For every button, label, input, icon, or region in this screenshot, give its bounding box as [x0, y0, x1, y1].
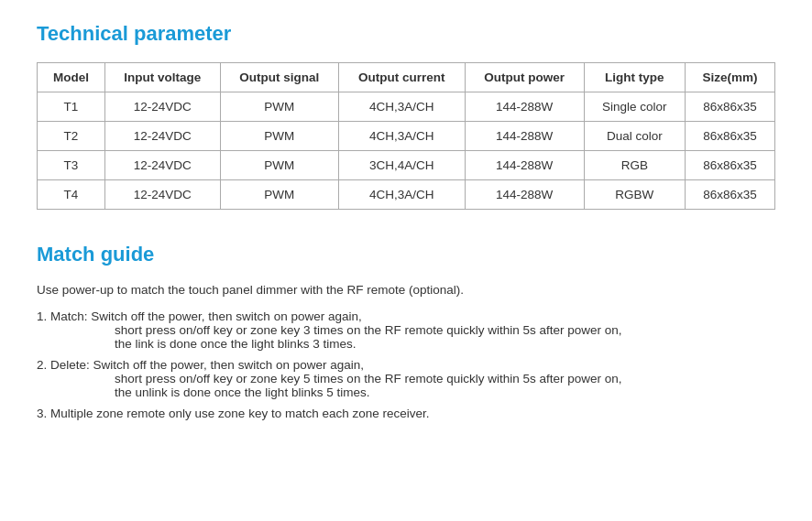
table-cell: 86x86x35 — [685, 122, 774, 151]
col-input-voltage: Input voltage — [104, 63, 220, 92]
col-output-signal: Output signal — [220, 63, 338, 92]
table-header-row: Model Input voltage Output signal Output… — [38, 63, 775, 92]
list-item: 1. Match: Switch off the power, then swi… — [37, 309, 775, 351]
col-output-power: Output power — [465, 63, 584, 92]
table-cell: 4CH,3A/CH — [338, 92, 465, 122]
table-cell: T1 — [38, 92, 105, 122]
table-cell: 86x86x35 — [685, 151, 774, 180]
table-row: T412-24VDCPWM4CH,3A/CH144-288WRGBW86x86x… — [38, 180, 775, 210]
table-cell: 3CH,4A/CH — [338, 151, 465, 180]
table-cell: 4CH,3A/CH — [338, 180, 465, 210]
table-body: T112-24VDCPWM4CH,3A/CH144-288WSingle col… — [38, 92, 775, 210]
table-cell: 12-24VDC — [104, 92, 220, 122]
col-output-current: Output current — [338, 63, 465, 92]
table-cell: 12-24VDC — [104, 151, 220, 180]
table-cell: PWM — [220, 180, 338, 210]
table-cell: 12-24VDC — [104, 122, 220, 151]
table-cell: 86x86x35 — [685, 180, 774, 210]
col-light-type: Light type — [584, 63, 685, 92]
table-cell: 144-288W — [465, 92, 584, 122]
match-guide-section: Match guide Use power-up to match the to… — [37, 243, 775, 420]
table-row: T312-24VDCPWM3CH,4A/CH144-288WRGB86x86x3… — [38, 151, 775, 180]
table-cell: 86x86x35 — [685, 92, 774, 122]
list-item: 3. Multiple zone remote only use zone ke… — [37, 407, 775, 420]
table-cell: T4 — [38, 180, 105, 210]
table-cell: Dual color — [584, 122, 685, 151]
table-row: T212-24VDCPWM4CH,3A/CH144-288WDual color… — [38, 122, 775, 151]
table-cell: RGBW — [584, 180, 685, 210]
technical-title: Technical parameter — [37, 22, 775, 46]
match-guide-intro: Use power-up to match the touch panel di… — [37, 283, 775, 297]
table-row: T112-24VDCPWM4CH,3A/CH144-288WSingle col… — [38, 92, 775, 122]
table-cell: PWM — [220, 122, 338, 151]
table-cell: 144-288W — [465, 122, 584, 151]
table-cell: 144-288W — [465, 151, 584, 180]
list-item-line: short press on/off key or zone key 3 tim… — [37, 323, 775, 337]
col-model: Model — [38, 63, 105, 92]
table-cell: 12-24VDC — [104, 180, 220, 210]
technical-table: Model Input voltage Output signal Output… — [37, 62, 775, 210]
list-item-line: short press on/off key or zone key 5 tim… — [37, 372, 775, 385]
list-item: 2. Delete: Switch off the power, then sw… — [37, 358, 775, 399]
col-size: Size(mm) — [685, 63, 774, 92]
match-guide-title: Match guide — [37, 243, 775, 266]
table-cell: PWM — [220, 92, 338, 122]
list-item-line: the link is done once the light blinks 3… — [37, 337, 775, 351]
table-cell: RGB — [584, 151, 685, 180]
table-cell: T2 — [38, 122, 105, 151]
table-cell: 144-288W — [465, 180, 584, 210]
table-cell: Single color — [584, 92, 685, 122]
list-item-line: the unlink is done once the light blinks… — [37, 385, 775, 399]
table-cell: PWM — [220, 151, 338, 180]
table-cell: 4CH,3A/CH — [338, 122, 465, 151]
table-cell: T3 — [38, 151, 105, 180]
guide-list: 1. Match: Switch off the power, then swi… — [37, 309, 775, 420]
